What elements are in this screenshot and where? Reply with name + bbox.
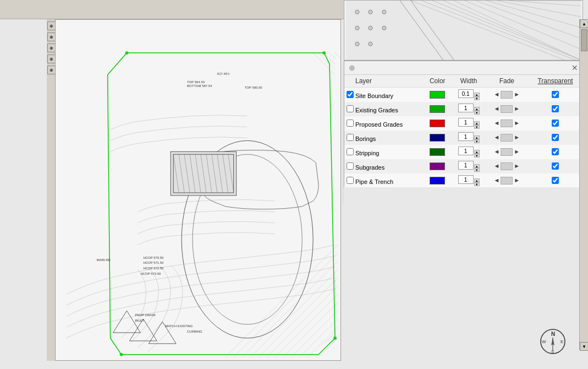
layer-checkbox-borings[interactable] — [347, 134, 354, 141]
width-up-subgrades[interactable]: ▲ — [474, 164, 480, 168]
fade-left-stripping[interactable]: ◄ — [492, 148, 501, 155]
layer-checkbox-stripping[interactable] — [347, 148, 354, 155]
layer-width-cell-proposed-grades: ▲▼ — [452, 116, 486, 131]
fade-left-pipe-trench[interactable]: ◄ — [492, 177, 501, 183]
width-down-pipe-trench[interactable]: ▼ — [474, 182, 480, 186]
width-input-site-boundary[interactable] — [458, 89, 474, 98]
width-down-stripping[interactable]: ▼ — [474, 154, 480, 158]
width-down-proposed-grades[interactable]: ▼ — [474, 125, 480, 129]
fade-right-stripping[interactable]: ► — [513, 148, 521, 155]
fade-left-existing-grades[interactable]: ◄ — [492, 105, 501, 112]
scroll-up-button[interactable]: ▲ — [580, 19, 588, 28]
width-down-borings[interactable]: ▼ — [474, 139, 480, 143]
fade-right-subgrades[interactable]: ► — [513, 162, 521, 169]
width-input-borings[interactable] — [458, 132, 474, 141]
width-up-proposed-grades[interactable]: ▲ — [474, 121, 480, 125]
close-panel-button[interactable]: ✕ — [571, 63, 578, 72]
col-header-color: Color — [423, 75, 452, 88]
transparent-checkbox-borings[interactable] — [552, 134, 559, 141]
col-header-layer: Layer — [344, 75, 423, 88]
fade-box-proposed-grades — [501, 120, 513, 127]
svg-text:⚙: ⚙ — [367, 24, 373, 31]
color-swatch-pipe-trench[interactable] — [430, 177, 445, 184]
layer-checkbox-pipe-trench[interactable] — [347, 177, 354, 184]
transparent-checkbox-existing-grades[interactable] — [552, 105, 559, 112]
svg-point-52 — [125, 51, 129, 55]
width-input-stripping[interactable] — [458, 146, 474, 155]
fade-right-existing-grades[interactable]: ► — [513, 105, 521, 112]
scroll-down-button[interactable]: ▼ — [580, 342, 588, 351]
scroll-track[interactable] — [580, 29, 588, 342]
fade-right-borings[interactable]: ► — [513, 134, 521, 140]
fade-right-pipe-trench[interactable]: ► — [513, 177, 521, 183]
fade-left-subgrades[interactable]: ◄ — [492, 162, 501, 169]
width-up-borings[interactable]: ▲ — [474, 135, 480, 139]
layer-width-cell-existing-grades: ▲▼ — [452, 102, 486, 116]
svg-text:N: N — [551, 331, 555, 337]
width-down-site-boundary[interactable]: ▼ — [474, 96, 480, 100]
transparent-checkbox-proposed-grades[interactable] — [552, 120, 559, 127]
layer-name-cell-site-boundary: Site Boundary — [344, 88, 423, 102]
svg-text:S: S — [551, 349, 554, 354]
width-down-subgrades[interactable]: ▼ — [474, 168, 480, 172]
width-up-site-boundary[interactable]: ▲ — [474, 93, 480, 96]
main-canvas: ⊕ ⊕ ⊕ ⊕ ⊕ — [0, 0, 588, 369]
svg-text:BOTTOM 587.54: BOTTOM 587.54 — [187, 84, 212, 88]
color-swatch-proposed-grades[interactable] — [430, 120, 445, 127]
layer-checkbox-proposed-grades[interactable] — [347, 120, 354, 127]
fade-right-proposed-grades[interactable]: ► — [513, 120, 521, 126]
right-scrollbar[interactable]: ▲ ▼ — [579, 19, 588, 350]
layer-row-stripping: Stripping▲▼◄► — [344, 145, 582, 159]
transparent-checkbox-stripping[interactable] — [552, 148, 559, 155]
svg-text:TOP 594.50: TOP 594.50 — [187, 80, 205, 84]
fade-right-site-boundary[interactable]: ► — [513, 91, 521, 97]
layer-fade-cell-existing-grades: ◄► — [486, 102, 529, 116]
fade-box-site-boundary — [501, 91, 513, 99]
col-header-transparent[interactable]: Transparent — [528, 75, 582, 88]
transparent-checkbox-site-boundary[interactable] — [552, 91, 559, 98]
layer-label-borings: Borings — [355, 135, 376, 142]
fade-left-borings[interactable]: ◄ — [492, 134, 501, 140]
layer-row-subgrades: Subgrades▲▼◄► — [344, 159, 582, 173]
layer-row-borings: Borings▲▼◄► — [344, 131, 582, 145]
width-input-pipe-trench[interactable] — [458, 175, 474, 184]
layer-checkbox-subgrades[interactable] — [347, 162, 354, 170]
fade-box-subgrades — [501, 162, 513, 170]
color-swatch-site-boundary[interactable] — [430, 91, 445, 99]
layer-checkbox-site-boundary[interactable] — [347, 91, 354, 98]
color-swatch-borings[interactable] — [430, 134, 445, 142]
color-swatch-stripping[interactable] — [430, 148, 445, 156]
svg-text:TOP 590.50: TOP 590.50 — [245, 86, 263, 89]
layer-color-cell-subgrades — [423, 159, 452, 173]
width-up-pipe-trench[interactable]: ▲ — [474, 178, 480, 182]
svg-text:⚙: ⚙ — [354, 8, 360, 15]
fade-left-proposed-grades[interactable]: ◄ — [492, 120, 501, 126]
width-input-existing-grades[interactable] — [458, 104, 474, 112]
layer-transparent-cell-proposed-grades — [528, 116, 582, 131]
transparent-checkbox-subgrades[interactable] — [552, 162, 559, 170]
fade-left-site-boundary[interactable]: ◄ — [492, 91, 501, 97]
layer-row-pipe-trench: Pipe & Trench▲▼◄► — [344, 173, 582, 188]
width-input-proposed-grades[interactable] — [458, 118, 474, 127]
fade-box-stripping — [501, 148, 513, 156]
fade-box-existing-grades — [501, 105, 513, 113]
layer-label-site-boundary: Site Boundary — [355, 93, 393, 99]
layer-transparent-cell-subgrades — [528, 159, 582, 173]
layer-fade-cell-borings: ◄► — [486, 131, 529, 145]
width-up-stripping[interactable]: ▲ — [474, 150, 480, 154]
width-down-existing-grades[interactable]: ▼ — [474, 111, 480, 115]
transparent-checkbox-pipe-trench[interactable] — [552, 177, 559, 184]
col-header-fade: Fade — [486, 75, 529, 88]
svg-text:⚙: ⚙ — [354, 40, 360, 47]
layer-fade-cell-stripping: ◄► — [486, 145, 529, 159]
layer-row-site-boundary: Site Boundary▲▼◄► — [344, 88, 582, 102]
layer-checkbox-existing-grades[interactable] — [347, 105, 354, 112]
color-swatch-existing-grades[interactable] — [430, 105, 445, 113]
color-swatch-subgrades[interactable] — [430, 162, 445, 170]
svg-point-55 — [120, 353, 123, 356]
add-layer-icon[interactable]: ⊕ — [349, 63, 355, 72]
layer-name-cell-existing-grades: Existing Grades — [344, 102, 423, 116]
width-input-subgrades[interactable] — [458, 161, 474, 170]
width-up-existing-grades[interactable]: ▲ — [474, 107, 480, 111]
scroll-thumb[interactable] — [581, 29, 587, 51]
